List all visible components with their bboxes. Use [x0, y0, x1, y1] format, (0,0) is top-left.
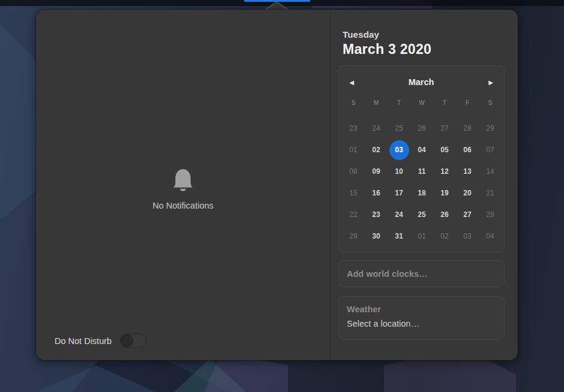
- calendar-day[interactable]: 25: [410, 204, 433, 225]
- wallpaper-polygon: [36, 366, 156, 392]
- calendar-day[interactable]: 29: [342, 225, 365, 247]
- calendar-day-number: 27: [440, 124, 448, 132]
- calendar-day[interactable]: 01: [342, 139, 365, 161]
- add-world-clocks-button[interactable]: Add world clocks…: [338, 260, 505, 287]
- calendar-day[interactable]: 07: [479, 139, 502, 161]
- no-notifications-placeholder: No Notifications: [152, 167, 214, 210]
- calendar-day[interactable]: 09: [365, 161, 388, 182]
- calendar-day[interactable]: 02: [433, 225, 456, 247]
- calendar-day-letters: S M T W T F S: [338, 95, 504, 110]
- calendar-day-number: 19: [440, 189, 448, 197]
- calendar-day[interactable]: 31: [388, 225, 410, 247]
- calendar-day[interactable]: 11: [410, 161, 433, 182]
- calendar-day-number: 26: [440, 210, 448, 219]
- calendar-day-number: 02: [440, 232, 448, 240]
- calendar-day-number: 18: [418, 189, 425, 197]
- calendar-day[interactable]: 13: [456, 161, 479, 182]
- calendar-day[interactable]: 23: [365, 204, 388, 225]
- calendar-day[interactable]: 20: [456, 182, 479, 204]
- calendar-day[interactable]: 16: [365, 182, 388, 204]
- calendar-day[interactable]: 15: [342, 182, 365, 204]
- calendar-day[interactable]: 24: [388, 204, 410, 225]
- calendar-day-number: 06: [463, 146, 471, 154]
- calendar-day-number: 22: [349, 210, 357, 219]
- calendar-day-number: 25: [418, 210, 425, 219]
- do-not-disturb-toggle[interactable]: [120, 334, 146, 348]
- calendar-day-number: 07: [486, 146, 494, 154]
- prev-month-button[interactable]: ◀: [346, 79, 358, 86]
- add-world-clocks-label: Add world clocks…: [347, 269, 428, 279]
- calendar-day-number: 08: [349, 167, 357, 176]
- calendar-day[interactable]: 14: [479, 161, 502, 182]
- calendar-day-number: 05: [440, 146, 448, 154]
- calendar-day-number: 17: [395, 189, 403, 197]
- wallpaper-polygon: [174, 358, 246, 392]
- calendar-day[interactable]: 26: [433, 204, 456, 225]
- calendar-day[interactable]: 22: [342, 204, 365, 225]
- day-letter: T: [433, 99, 456, 106]
- calendar-day-number: 25: [395, 124, 403, 132]
- full-date-label: March 3 2020: [343, 41, 505, 58]
- calendar-day[interactable]: 17: [388, 182, 410, 204]
- calendar-day[interactable]: 25: [388, 117, 410, 139]
- day-letter: T: [388, 99, 410, 106]
- calendar-day-number: 02: [372, 146, 380, 154]
- next-month-button[interactable]: ▶: [485, 79, 497, 86]
- calendar-day[interactable]: 26: [410, 117, 433, 139]
- calendar-day[interactable]: 19: [433, 182, 456, 204]
- calendar-header: ◀ March ▶: [338, 66, 504, 91]
- calendar-day-number: 09: [372, 167, 380, 176]
- weather-button[interactable]: Weather Select a location…: [338, 296, 505, 340]
- calendar-day-number: 23: [372, 210, 380, 219]
- calendar-day[interactable]: 10: [388, 161, 410, 182]
- calendar-day-number: 13: [463, 167, 471, 176]
- calendar-day[interactable]: 04: [410, 139, 433, 161]
- calendar-day[interactable]: 02: [365, 139, 388, 161]
- calendar-day-number: 03: [463, 232, 471, 240]
- calendar-day-number: 31: [395, 232, 403, 240]
- calendar-day-number: 23: [349, 124, 357, 132]
- weather-title: Weather: [347, 304, 496, 314]
- calendar-day[interactable]: 28: [456, 117, 479, 139]
- calendar-day[interactable]: 18: [410, 182, 433, 204]
- calendar-day[interactable]: 27: [456, 204, 479, 225]
- calendar-day-number: 01: [418, 232, 425, 240]
- calendar-day[interactable]: 23: [342, 117, 365, 139]
- calendar-day-number: 04: [486, 232, 494, 240]
- calendar-day[interactable]: 28: [479, 204, 502, 225]
- calendar-day[interactable]: 04: [479, 225, 502, 247]
- calendar-day-number: 20: [463, 189, 471, 197]
- calendar-day[interactable]: 24: [365, 117, 388, 139]
- day-letter: M: [365, 99, 388, 106]
- calendar-day[interactable]: 21: [479, 182, 502, 204]
- calendar-day[interactable]: 03: [388, 139, 410, 161]
- notifications-section: No Notifications Do Not Disturb: [36, 10, 331, 360]
- calendar-day-number: 24: [372, 124, 380, 132]
- calendar-day-number: 03: [395, 146, 403, 154]
- calendar-day[interactable]: 01: [410, 225, 433, 247]
- weather-location-placeholder: Select a location…: [347, 319, 496, 328]
- weekday-label: Tuesday: [343, 29, 505, 40]
- day-letter: S: [342, 99, 365, 106]
- calendar-day[interactable]: 29: [479, 117, 502, 139]
- calendar-widget: ◀ March ▶ S M T W T F S 2324252627282901…: [338, 65, 505, 252]
- calendar-day-number: 04: [418, 146, 425, 154]
- calendar-day-number: 27: [463, 210, 471, 219]
- calendar-day[interactable]: 12: [433, 161, 456, 182]
- calendar-day-number: 10: [395, 167, 403, 176]
- calendar-day[interactable]: 27: [433, 117, 456, 139]
- day-letter: S: [479, 99, 502, 106]
- no-notifications-label: No Notifications: [152, 201, 214, 210]
- calendar-day[interactable]: 05: [433, 139, 456, 161]
- calendar-day[interactable]: 30: [365, 225, 388, 247]
- bell-icon: [169, 167, 197, 192]
- calendar-day-number: 21: [486, 189, 494, 197]
- calendar-day-number: 15: [349, 189, 357, 197]
- calendar-day[interactable]: 06: [456, 139, 479, 161]
- calendar-day-number: 14: [486, 167, 494, 176]
- calendar-day[interactable]: 08: [342, 161, 365, 182]
- calendar-day-number: 30: [372, 232, 380, 240]
- calendar-day[interactable]: 03: [456, 225, 479, 247]
- calendar-day-number: 16: [372, 189, 380, 197]
- calendar-day-number: 12: [440, 167, 448, 176]
